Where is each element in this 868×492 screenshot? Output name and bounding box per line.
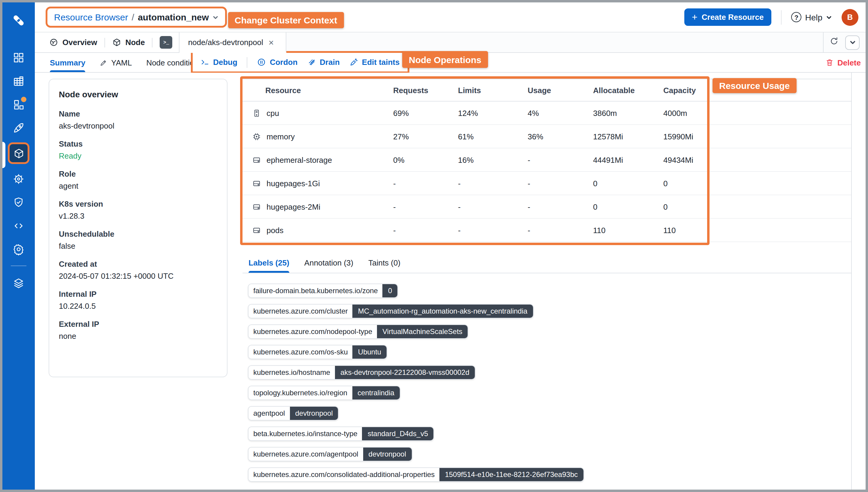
tab-separator xyxy=(152,38,153,47)
rocket-icon xyxy=(12,122,25,134)
debug-button[interactable]: Debug xyxy=(201,58,237,67)
devtron-logo[interactable] xyxy=(2,13,35,28)
user-avatar[interactable]: B xyxy=(842,9,859,26)
field-value-role: agent xyxy=(59,181,217,191)
layers-icon xyxy=(12,277,25,289)
sidebar-item-global-config[interactable] xyxy=(2,237,35,261)
field-value-created-at: 2024-05-07 01:32:15 +0000 UTC xyxy=(59,272,217,280)
terminal-icon xyxy=(201,58,210,67)
sidebar-item-dashboard[interactable] xyxy=(2,46,35,69)
help-icon: ? xyxy=(791,12,801,22)
breadcrumb-resource-browser[interactable]: Resource Browser xyxy=(54,12,128,22)
gear-icon xyxy=(12,243,25,255)
cluster-context-selector[interactable]: Resource Browser / automation_new xyxy=(46,7,227,28)
app-window: Resource Browser / automation_new Change… xyxy=(2,2,866,490)
table-row-hugepages-1gi: hugepages-1Gi - - - 0 0 xyxy=(242,172,851,195)
overview-icon xyxy=(49,38,58,47)
field-label-created-at: Created at xyxy=(59,260,217,269)
resource-tab-bar: Overview Node >_ node/aks-devtronpool × xyxy=(35,32,866,53)
annotation-node-operations: Node Operations xyxy=(402,51,488,68)
label-chip: agentpooldevtronpool xyxy=(248,406,339,420)
label-chip: kubernetes.azure.com/agentpooldevtronpoo… xyxy=(248,447,412,461)
cpu-icon xyxy=(252,108,261,118)
chevron-down-icon xyxy=(849,39,856,46)
main-area: Resource Browser / automation_new Change… xyxy=(35,2,866,490)
field-label-external-ip: External IP xyxy=(59,320,217,328)
sidebar-item-stack-manager[interactable] xyxy=(2,271,35,294)
help-label: Help xyxy=(805,12,822,22)
node-summary-content: Node overview Name aks-devtronpool Statu… xyxy=(35,73,866,490)
annotation-change-cluster-context: Change Cluster Context xyxy=(228,12,344,28)
label-chip: topology.kubernetes.io/regioncentralindi… xyxy=(248,386,400,400)
tab-overview[interactable]: Overview xyxy=(49,38,97,47)
column-limits: Limits xyxy=(458,85,528,95)
table-row-cpu: cpu 69% 124% 4% 3860m 4000m xyxy=(242,101,851,125)
drain-button[interactable]: Drain xyxy=(307,58,339,67)
sidebar-item-jobs[interactable] xyxy=(2,93,35,116)
cube-icon xyxy=(112,38,121,47)
field-label-role: Role xyxy=(59,169,217,178)
label-chip: kubernetes.azure.com/clusterMC_automatio… xyxy=(248,304,533,318)
column-requests: Requests xyxy=(393,85,458,95)
sidebar-item-chart-store[interactable] xyxy=(2,167,35,191)
shield-check-icon xyxy=(12,196,25,208)
tab-node[interactable]: Node xyxy=(112,38,145,47)
sidebar-item-code[interactable] xyxy=(2,214,35,237)
column-allocatable: Allocatable xyxy=(593,85,663,95)
storage-icon xyxy=(252,202,261,211)
more-actions-button[interactable] xyxy=(845,35,860,50)
resource-usage-table: Resource Requests Limits Usage Allocatab… xyxy=(242,79,851,242)
refresh-icon xyxy=(830,36,839,46)
tab-summary[interactable]: Summary xyxy=(50,53,85,72)
field-label-status: Status xyxy=(59,139,217,148)
plus-icon: + xyxy=(692,12,698,23)
applications-icon xyxy=(12,75,25,87)
drain-icon xyxy=(307,58,316,67)
sidebar-item-security[interactable] xyxy=(2,191,35,214)
code-icon xyxy=(12,220,25,231)
field-label-internal-ip: Internal IP xyxy=(59,290,217,299)
tab-taints[interactable]: Taints (0) xyxy=(368,258,400,273)
close-tab-icon[interactable]: × xyxy=(269,38,274,47)
operations-divider xyxy=(247,57,247,68)
node-operations-group: Debug Cordon Drain Edit taints xyxy=(191,51,410,73)
field-label-name: Name xyxy=(59,109,217,118)
tab-annotation[interactable]: Annotation (3) xyxy=(304,258,353,273)
table-row-pods: pods - - - 110 110 xyxy=(242,219,851,242)
field-value-status: Ready xyxy=(59,151,217,161)
label-chip: kubernetes.azure.com/nodepool-typeVirtua… xyxy=(248,324,469,339)
tab-node-aks-devtronpool[interactable]: node/aks-devtronpool × xyxy=(180,32,287,52)
sidebar-item-deploy[interactable] xyxy=(2,116,35,139)
labels-section: Labels (25) Annotation (3) Taints (0) fa… xyxy=(242,258,851,488)
refresh-button[interactable] xyxy=(830,36,839,48)
storage-icon xyxy=(252,226,261,235)
storage-icon xyxy=(252,155,261,164)
create-resource-button[interactable]: + Create Resource xyxy=(684,8,771,26)
field-value-unschedulable: false xyxy=(59,242,217,250)
breadcrumb-cluster-name: automation_new xyxy=(138,12,209,22)
sidebar-divider xyxy=(11,266,26,266)
tab-strip-actions xyxy=(823,32,866,52)
edit-taints-button[interactable]: Edit taints xyxy=(349,58,400,67)
label-chip: beta.kubernetes.io/instance-typestandard… xyxy=(248,426,434,441)
node-detail-subnav: Summary YAML Node conditions Debug Cordo… xyxy=(35,53,866,73)
labels-tabs: Labels (25) Annotation (3) Taints (0) xyxy=(242,258,851,273)
notification-dot xyxy=(21,97,26,102)
sidebar-item-resource-browser[interactable] xyxy=(2,142,35,164)
cordon-button[interactable]: Cordon xyxy=(257,58,297,67)
node-overview-card: Node overview Name aks-devtronpool Statu… xyxy=(49,79,228,377)
table-row-memory: memory 27% 61% 36% 12578Mi 15990Mi xyxy=(242,125,851,148)
node-overview-title: Node overview xyxy=(59,90,217,99)
sidebar-item-applications[interactable] xyxy=(2,69,35,93)
sidebar xyxy=(2,2,35,490)
tab-yaml[interactable]: YAML xyxy=(100,53,132,72)
tab-labels[interactable]: Labels (25) xyxy=(248,258,289,273)
header-divider xyxy=(781,10,782,24)
help-menu[interactable]: ? Help xyxy=(791,12,832,22)
sidebar-nav xyxy=(2,46,35,294)
tab-strip-empty xyxy=(287,32,823,52)
terminal-tab-icon[interactable]: >_ xyxy=(160,36,173,49)
label-chip: kubernetes.azure.com/os-skuUbuntu xyxy=(248,345,387,359)
delete-button[interactable]: Delete xyxy=(825,58,861,67)
table-row-ephemeral-storage: ephemeral-storage 0% 16% - 44491Mi 49434… xyxy=(242,148,851,172)
